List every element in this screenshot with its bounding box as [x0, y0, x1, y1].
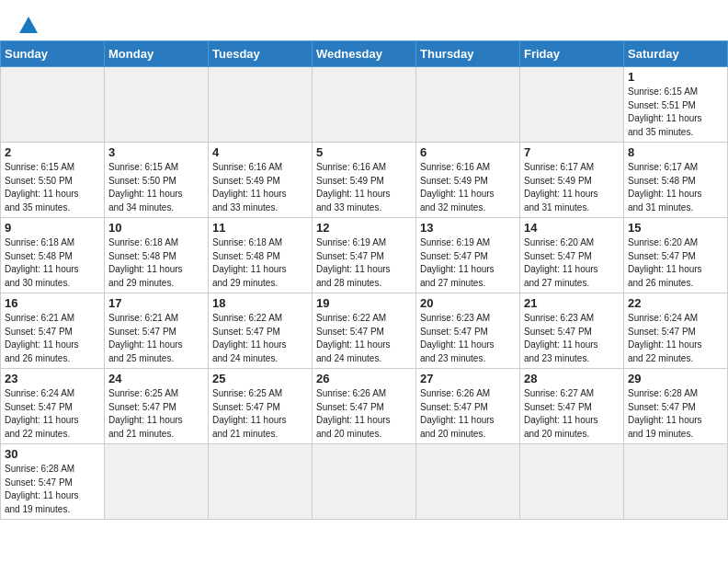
weekday-monday: Monday: [105, 41, 209, 67]
day-number: 17: [108, 296, 204, 310]
day-info: Sunrise: 6:22 AM Sunset: 5:47 PM Dayligh…: [316, 312, 412, 365]
calendar-cell: 5Sunrise: 6:16 AM Sunset: 5:49 PM Daylig…: [313, 143, 416, 218]
calendar-cell: [209, 444, 313, 520]
day-number: 23: [5, 372, 100, 385]
calendar-cell: 17Sunrise: 6:21 AM Sunset: 5:47 PM Dayli…: [105, 293, 209, 369]
day-info: Sunrise: 6:21 AM Sunset: 5:47 PM Dayligh…: [5, 312, 100, 365]
day-number: 21: [524, 296, 620, 310]
calendar-cell: 6Sunrise: 6:16 AM Sunset: 5:49 PM Daylig…: [416, 143, 520, 218]
day-info: Sunrise: 6:28 AM Sunset: 5:47 PM Dayligh…: [5, 463, 100, 516]
calendar-cell: [520, 444, 624, 520]
calendar-cell: 11Sunrise: 6:18 AM Sunset: 5:48 PM Dayli…: [209, 218, 313, 293]
day-info: Sunrise: 6:16 AM Sunset: 5:49 PM Dayligh…: [212, 161, 308, 214]
day-number: 24: [108, 372, 204, 385]
day-number: 7: [524, 145, 620, 159]
day-info: Sunrise: 6:23 AM Sunset: 5:47 PM Dayligh…: [524, 312, 620, 365]
day-info: Sunrise: 6:17 AM Sunset: 5:49 PM Dayligh…: [524, 161, 620, 214]
day-number: 19: [316, 296, 412, 310]
day-info: Sunrise: 6:22 AM Sunset: 5:47 PM Dayligh…: [212, 312, 308, 365]
day-number: 4: [212, 145, 308, 159]
calendar-cell: 29Sunrise: 6:28 AM Sunset: 5:47 PM Dayli…: [624, 369, 728, 444]
day-number: 16: [5, 296, 100, 310]
day-info: Sunrise: 6:25 AM Sunset: 5:47 PM Dayligh…: [212, 387, 308, 441]
day-number: 20: [420, 296, 516, 310]
day-info: Sunrise: 6:23 AM Sunset: 5:47 PM Dayligh…: [420, 312, 516, 365]
day-number: 27: [420, 372, 516, 385]
day-number: 18: [212, 296, 308, 310]
calendar-cell: [416, 444, 520, 520]
day-info: Sunrise: 6:24 AM Sunset: 5:47 PM Dayligh…: [5, 387, 100, 441]
day-number: 22: [628, 296, 723, 310]
day-info: Sunrise: 6:24 AM Sunset: 5:47 PM Dayligh…: [628, 312, 723, 365]
calendar-cell: [209, 67, 313, 143]
day-number: 25: [212, 372, 308, 385]
calendar-cell: 23Sunrise: 6:24 AM Sunset: 5:47 PM Dayli…: [1, 369, 105, 444]
day-info: Sunrise: 6:16 AM Sunset: 5:49 PM Dayligh…: [316, 161, 412, 214]
day-number: 26: [316, 372, 412, 385]
day-number: 1: [628, 70, 723, 84]
calendar-cell: 22Sunrise: 6:24 AM Sunset: 5:47 PM Dayli…: [624, 293, 728, 369]
day-number: 29: [628, 372, 723, 385]
calendar-cell: 27Sunrise: 6:26 AM Sunset: 5:47 PM Dayli…: [416, 369, 520, 444]
calendar-cell: 12Sunrise: 6:19 AM Sunset: 5:47 PM Dayli…: [313, 218, 416, 293]
day-info: Sunrise: 6:18 AM Sunset: 5:48 PM Dayligh…: [212, 236, 308, 290]
calendar-cell: 4Sunrise: 6:16 AM Sunset: 5:49 PM Daylig…: [209, 143, 313, 218]
calendar-cell: 25Sunrise: 6:25 AM Sunset: 5:47 PM Dayli…: [209, 369, 313, 444]
logo: [17, 17, 38, 33]
calendar-body: 1Sunrise: 6:15 AM Sunset: 5:51 PM Daylig…: [1, 67, 728, 520]
day-number: 13: [420, 221, 516, 235]
calendar-cell: [105, 444, 209, 520]
day-info: Sunrise: 6:27 AM Sunset: 5:47 PM Dayligh…: [524, 387, 620, 441]
calendar-cell: 1Sunrise: 6:15 AM Sunset: 5:51 PM Daylig…: [624, 67, 728, 143]
day-info: Sunrise: 6:19 AM Sunset: 5:47 PM Dayligh…: [316, 236, 412, 290]
day-info: Sunrise: 6:15 AM Sunset: 5:50 PM Dayligh…: [5, 161, 100, 214]
calendar-cell: 13Sunrise: 6:19 AM Sunset: 5:47 PM Dayli…: [416, 218, 520, 293]
calendar-cell: 8Sunrise: 6:17 AM Sunset: 5:48 PM Daylig…: [624, 143, 728, 218]
day-number: 30: [5, 447, 100, 461]
calendar-cell: 21Sunrise: 6:23 AM Sunset: 5:47 PM Dayli…: [520, 293, 624, 369]
calendar-cell: 15Sunrise: 6:20 AM Sunset: 5:47 PM Dayli…: [624, 218, 728, 293]
day-number: 8: [628, 145, 723, 159]
calendar-cell: [313, 444, 416, 520]
calendar-cell: 30Sunrise: 6:28 AM Sunset: 5:47 PM Dayli…: [1, 444, 105, 520]
day-info: Sunrise: 6:18 AM Sunset: 5:48 PM Dayligh…: [108, 236, 204, 290]
calendar-cell: 19Sunrise: 6:22 AM Sunset: 5:47 PM Dayli…: [313, 293, 416, 369]
calendar-cell: [105, 67, 209, 143]
calendar-cell: 28Sunrise: 6:27 AM Sunset: 5:47 PM Dayli…: [520, 369, 624, 444]
calendar-cell: 24Sunrise: 6:25 AM Sunset: 5:47 PM Dayli…: [105, 369, 209, 444]
calendar-cell: 3Sunrise: 6:15 AM Sunset: 5:50 PM Daylig…: [105, 143, 209, 218]
calendar-cell: 20Sunrise: 6:23 AM Sunset: 5:47 PM Dayli…: [416, 293, 520, 369]
day-number: 6: [420, 145, 516, 159]
day-number: 11: [212, 221, 308, 235]
calendar-table: SundayMondayTuesdayWednesdayThursdayFrid…: [0, 40, 728, 520]
day-number: 28: [524, 372, 620, 385]
calendar-cell: [313, 67, 416, 143]
day-info: Sunrise: 6:20 AM Sunset: 5:47 PM Dayligh…: [524, 236, 620, 290]
calendar-cell: 16Sunrise: 6:21 AM Sunset: 5:47 PM Dayli…: [1, 293, 105, 369]
weekday-tuesday: Tuesday: [209, 41, 313, 67]
header: [0, 0, 728, 40]
day-info: Sunrise: 6:18 AM Sunset: 5:48 PM Dayligh…: [5, 236, 100, 290]
day-number: 2: [5, 145, 100, 159]
calendar-cell: 2Sunrise: 6:15 AM Sunset: 5:50 PM Daylig…: [1, 143, 105, 218]
weekday-header-row: SundayMondayTuesdayWednesdayThursdayFrid…: [1, 41, 728, 67]
calendar-cell: [520, 67, 624, 143]
day-number: 9: [5, 221, 100, 235]
day-info: Sunrise: 6:16 AM Sunset: 5:49 PM Dayligh…: [420, 161, 516, 214]
weekday-thursday: Thursday: [416, 41, 520, 67]
calendar-cell: 14Sunrise: 6:20 AM Sunset: 5:47 PM Dayli…: [520, 218, 624, 293]
day-number: 5: [316, 145, 412, 159]
day-number: 10: [108, 221, 204, 235]
day-info: Sunrise: 6:15 AM Sunset: 5:51 PM Dayligh…: [628, 86, 723, 139]
calendar-cell: 18Sunrise: 6:22 AM Sunset: 5:47 PM Dayli…: [209, 293, 313, 369]
logo-triangle-icon: [19, 17, 38, 33]
calendar-cell: 26Sunrise: 6:26 AM Sunset: 5:47 PM Dayli…: [313, 369, 416, 444]
calendar-cell: 7Sunrise: 6:17 AM Sunset: 5:49 PM Daylig…: [520, 143, 624, 218]
day-info: Sunrise: 6:17 AM Sunset: 5:48 PM Dayligh…: [628, 161, 723, 214]
day-info: Sunrise: 6:26 AM Sunset: 5:47 PM Dayligh…: [316, 387, 412, 441]
day-info: Sunrise: 6:19 AM Sunset: 5:47 PM Dayligh…: [420, 236, 516, 290]
day-number: 15: [628, 221, 723, 235]
day-number: 12: [316, 221, 412, 235]
day-number: 3: [108, 145, 204, 159]
day-info: Sunrise: 6:26 AM Sunset: 5:47 PM Dayligh…: [420, 387, 516, 441]
